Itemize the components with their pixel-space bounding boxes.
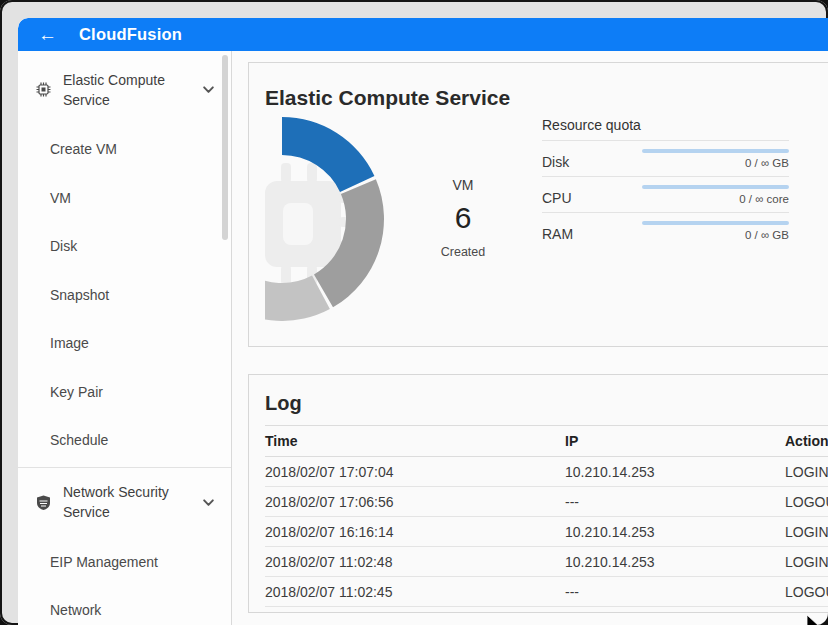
vm-stat-label: VM bbox=[384, 177, 542, 193]
quota-label: Disk bbox=[542, 154, 569, 170]
resource-quota-panel: Resource quota Disk 0 / ∞ GB CPU bbox=[542, 117, 789, 248]
sidebar-item-network[interactable]: Network bbox=[18, 586, 231, 625]
quota-value: 0 / ∞ GB bbox=[745, 157, 789, 169]
main-content: Elastic Compute Service bbox=[232, 51, 828, 625]
segment-gray bbox=[314, 179, 384, 307]
log-action-cell: LOGOUT bbox=[785, 487, 828, 517]
log-ip-cell: 10.210.14.253 bbox=[565, 547, 785, 577]
log-card: Log Time IP Action 2018/02/07 17:07:04 bbox=[248, 374, 828, 613]
quota-value: 0 / ∞ GB bbox=[745, 229, 789, 241]
chevron-down-icon[interactable] bbox=[202, 496, 215, 509]
shield-icon bbox=[35, 494, 52, 511]
mouse-cursor bbox=[806, 615, 822, 625]
quota-row-ram: RAM 0 / ∞ GB bbox=[542, 212, 789, 248]
quota-label: CPU bbox=[542, 190, 572, 206]
sidebar-item-vm[interactable]: VM bbox=[18, 174, 231, 223]
quota-progress-bar bbox=[642, 185, 789, 189]
app-window: ← CloudFusion Elastic Compute Service bbox=[18, 18, 828, 625]
chevron-down-icon[interactable] bbox=[202, 83, 215, 96]
table-row[interactable]: 2018/02/07 11:02:48 10.210.14.253 LOGIN bbox=[265, 547, 828, 577]
log-table-header-row: Time IP Action bbox=[265, 426, 828, 457]
log-time-cell: 2018/02/07 11:02:48 bbox=[265, 547, 565, 577]
sidebar-divider bbox=[18, 467, 231, 468]
log-action-cell: LOGIN bbox=[785, 457, 828, 487]
log-action-cell: LOGIN bbox=[785, 517, 828, 547]
segment-blue bbox=[282, 117, 374, 192]
vm-stat-sublabel: Created bbox=[384, 245, 542, 259]
log-action-cell: LOGOUT bbox=[785, 577, 828, 607]
sidebar-item-schedule[interactable]: Schedule bbox=[18, 416, 231, 465]
ecs-card-title: Elastic Compute Service bbox=[249, 63, 828, 110]
vm-donut-chart bbox=[265, 117, 384, 321]
sidebar-item-key-pair[interactable]: Key Pair bbox=[18, 368, 231, 417]
table-row[interactable]: 2018/02/07 17:07:04 10.210.14.253 LOGIN bbox=[265, 457, 828, 487]
sidebar-scrollbar-thumb[interactable] bbox=[222, 55, 228, 240]
back-arrow-icon[interactable]: ← bbox=[38, 25, 57, 44]
quota-progress-bar bbox=[642, 149, 789, 153]
vm-stat-value: 6 bbox=[384, 201, 542, 235]
sidebar: Elastic Compute Service Create VM VM Dis… bbox=[18, 51, 232, 625]
quota-label: RAM bbox=[542, 226, 573, 242]
log-ip-cell: 10.210.14.253 bbox=[565, 457, 785, 487]
log-ip-cell: --- bbox=[565, 577, 785, 607]
column-header-time[interactable]: Time bbox=[265, 426, 565, 457]
table-row[interactable]: 2018/02/07 17:06:56 --- LOGOUT bbox=[265, 487, 828, 517]
app-header: ← CloudFusion bbox=[18, 18, 828, 51]
log-ip-cell: 10.210.14.253 bbox=[565, 517, 785, 547]
table-row[interactable]: 2018/02/07 11:02:45 --- LOGOUT bbox=[265, 577, 828, 607]
column-header-ip[interactable]: IP bbox=[565, 426, 785, 457]
chip-icon bbox=[35, 81, 52, 98]
sidebar-item-snapshot[interactable]: Snapshot bbox=[18, 271, 231, 320]
quota-row-cpu: CPU 0 / ∞ core bbox=[542, 176, 789, 212]
log-time-cell: 2018/02/07 11:02:45 bbox=[265, 577, 565, 607]
vm-stat: VM 6 Created bbox=[384, 177, 542, 259]
log-time-cell: 2018/02/07 17:06:56 bbox=[265, 487, 565, 517]
app-title: CloudFusion bbox=[79, 25, 182, 44]
log-ip-cell: --- bbox=[565, 487, 785, 517]
sidebar-item-image[interactable]: Image bbox=[18, 319, 231, 368]
sidebar-item-create-vm[interactable]: Create VM bbox=[18, 125, 231, 174]
quota-row-disk: Disk 0 / ∞ GB bbox=[542, 140, 789, 176]
log-action-cell: LOGIN bbox=[785, 547, 828, 577]
sidebar-group-network-security-service[interactable]: Network Security Service bbox=[18, 475, 231, 530]
resource-quota-title: Resource quota bbox=[542, 117, 789, 140]
column-header-action[interactable]: Action bbox=[785, 426, 828, 457]
table-row[interactable]: 2018/02/07 16:16:14 10.210.14.253 LOGIN bbox=[265, 517, 828, 547]
log-table: Time IP Action 2018/02/07 17:07:04 10.21… bbox=[265, 425, 828, 607]
quota-progress-bar bbox=[642, 221, 789, 225]
sidebar-group-label: Network Security Service bbox=[63, 482, 175, 522]
vm-donut-chart-wrapper bbox=[265, 115, 384, 323]
sidebar-item-eip-management[interactable]: EIP Management bbox=[18, 538, 231, 587]
ecs-summary-card: Elastic Compute Service bbox=[248, 62, 828, 347]
sidebar-group-label: Elastic Compute Service bbox=[63, 70, 175, 110]
screenshot-frame: ← CloudFusion Elastic Compute Service bbox=[0, 0, 828, 625]
log-card-title: Log bbox=[249, 375, 828, 415]
log-time-cell: 2018/02/07 17:07:04 bbox=[265, 457, 565, 487]
quota-value: 0 / ∞ core bbox=[739, 193, 789, 205]
log-time-cell: 2018/02/07 16:16:14 bbox=[265, 517, 565, 547]
sidebar-group-elastic-compute-service[interactable]: Elastic Compute Service bbox=[18, 62, 231, 117]
sidebar-item-disk[interactable]: Disk bbox=[18, 222, 231, 271]
